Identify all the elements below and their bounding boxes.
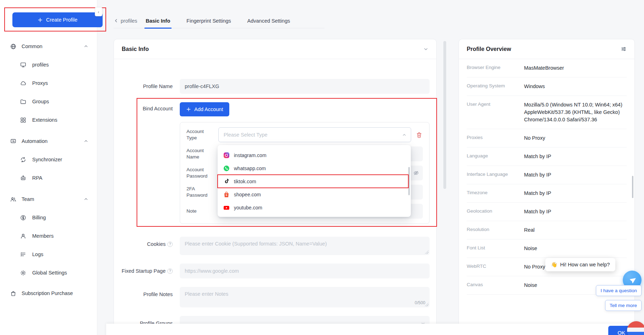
dropdown-option-instagram[interactable]: instagram.com [218, 149, 411, 162]
profile-notes-label: Profile Notes [114, 287, 173, 297]
main-scrollbar[interactable] [443, 41, 446, 189]
overview-label: Canvas [467, 282, 521, 287]
create-profile-wrap: Create Profile [12, 12, 103, 27]
dropdown-option-youtube[interactable]: youtube.com [218, 201, 411, 214]
sidebar-item-label: Synchronizer [32, 157, 62, 162]
plus-icon [38, 17, 43, 23]
sidebar-item-label: Subscription Purchase [22, 290, 73, 296]
dropdown-option-shopee[interactable]: S shopee.com [218, 188, 411, 201]
overview-row: GeolocationMatch by IP [467, 203, 627, 221]
robot-icon [20, 175, 27, 181]
account-type-label: Account Type [186, 128, 213, 141]
chevron-up-icon [84, 139, 88, 144]
overview-scrollbar[interactable] [632, 176, 633, 198]
sidebar-section-common[interactable]: Common [0, 37, 97, 56]
shopping-bag-icon [10, 290, 17, 297]
startup-page-row: Fixed Startup Page ? [114, 264, 436, 278]
overview-value: Real [524, 226, 627, 234]
chat-greeting-bubble[interactable]: 👋 Hi! How can we help? [545, 258, 615, 271]
sidebar-item-groups[interactable]: Groups [0, 92, 97, 111]
grid-icon [20, 117, 27, 123]
sidebar-item-synchronizer[interactable]: Synchronizer [0, 150, 97, 169]
account-type-row: Account Type Please Select Type [186, 127, 423, 142]
overview-row: ResolutionReal [467, 221, 627, 239]
overview-label: Timezone [467, 190, 521, 195]
dropdown-option-whatsapp[interactable]: whatsapp.com [218, 162, 411, 175]
sidebar-item-label: Groups [32, 99, 49, 104]
chevron-left-icon [114, 18, 119, 23]
dropdown-option-tiktok[interactable]: tiktok.com [218, 175, 411, 188]
sidebar-item-profiles[interactable]: profiles [0, 56, 97, 74]
chevron-down-icon[interactable] [423, 46, 429, 52]
sidebar-item-rpa[interactable]: RPA [0, 169, 97, 187]
overview-label: Interface Language [467, 171, 521, 177]
help-icon: ? [167, 242, 173, 247]
svg-text:S: S [225, 194, 227, 197]
breadcrumb-back[interactable]: profiles [114, 18, 137, 24]
startup-page-input[interactable] [180, 264, 430, 278]
section-label: Team [22, 196, 34, 202]
cookies-textarea[interactable] [180, 237, 430, 255]
help-icon: ? [167, 268, 173, 274]
sidebar-item-label: Global Settings [32, 270, 67, 276]
globe-icon [10, 43, 17, 50]
chevron-up-icon [84, 44, 88, 49]
profile-notes-textarea[interactable] [180, 287, 430, 307]
plus-icon [186, 107, 191, 112]
sidebar-item-members[interactable]: Members [0, 227, 97, 245]
overview-value: MasMateBrowser [524, 64, 627, 72]
account-type-dropdown: instagram.com whatsapp.com [218, 145, 411, 217]
sidebar-item-extensions[interactable]: Extensions [0, 111, 97, 129]
profile-overview-header: Profile Overview [459, 39, 634, 59]
sidebar-item-logs[interactable]: Logs [0, 245, 97, 264]
bind-account-content: Add Account Account Type Please Select T… [180, 102, 430, 224]
dropdown-option-label: whatsapp.com [234, 166, 266, 171]
sidebar-item-billing[interactable]: Billing [0, 208, 97, 227]
account-type-select[interactable]: Please Select Type [218, 127, 411, 142]
sidebar-item-label: Extensions [32, 117, 57, 123]
basic-info-card-header[interactable]: Basic Info [114, 39, 436, 59]
cookies-label-wrap: Cookies ? [114, 237, 173, 247]
sidebar-item-label: profiles [32, 62, 49, 68]
eye-off-icon[interactable] [413, 170, 419, 176]
sidebar-item-subscription-purchase[interactable]: Subscription Purchase [0, 284, 97, 302]
overview-label: Operating System [467, 83, 521, 88]
overview-row: ProxiesNo Proxy [467, 129, 627, 148]
profile-name-label: Profile Name [114, 83, 173, 89]
youtube-icon [223, 204, 230, 211]
chat-tell-more-button[interactable]: Tell me more [605, 300, 642, 311]
overview-value: Match by IP [524, 171, 627, 179]
cookies-label: Cookies [147, 241, 166, 247]
add-account-button[interactable]: Add Account [180, 102, 229, 116]
sidebar-section-team[interactable]: Team [0, 190, 97, 208]
note-label: Note [186, 208, 213, 214]
account-name-label: Account Name [186, 148, 213, 160]
chat-question-button[interactable]: I have a question [596, 285, 642, 296]
sidebar-item-proxys[interactable]: Proxys [0, 74, 97, 92]
wave-emoji-icon: 👋 [551, 262, 557, 268]
section-label: Common [22, 44, 42, 49]
overview-label: Resolution [467, 226, 521, 232]
delete-account-button[interactable] [415, 131, 423, 139]
sidebar-section-automation[interactable]: Automation [0, 132, 97, 150]
overview-row: TimezoneMatch by IP [467, 184, 627, 203]
filter-icon[interactable] [621, 46, 627, 52]
tab-fingerprint-settings[interactable]: Fingerprint Settings [186, 13, 231, 28]
sidebar-collapse-handle[interactable]: ‹ [95, 7, 102, 16]
account-password-label: Account Password [186, 167, 213, 179]
create-profile-button[interactable]: Create Profile [12, 12, 103, 27]
tab-basic-info[interactable]: Basic Info [146, 13, 170, 28]
sidebar-item-global-settings[interactable]: Global Settings [0, 264, 97, 282]
overview-label: Language [467, 153, 521, 158]
tab-advanced-settings[interactable]: Advanced Settings [247, 13, 290, 28]
overview-label: User Agent [467, 101, 521, 107]
account-type-placeholder: Please Select Type [224, 132, 268, 138]
footer-bar: OK [106, 324, 640, 335]
app-root: Create Profile Common profiles [0, 0, 644, 335]
gear-icon [20, 270, 27, 276]
bind-account-row: Bind Account Add Account Account Type [114, 102, 436, 224]
profile-name-row: Profile Name [114, 79, 436, 94]
profile-name-input[interactable] [180, 79, 430, 94]
dropdown-scrollbar[interactable] [408, 167, 410, 195]
overview-value: No Proxy [524, 134, 627, 142]
